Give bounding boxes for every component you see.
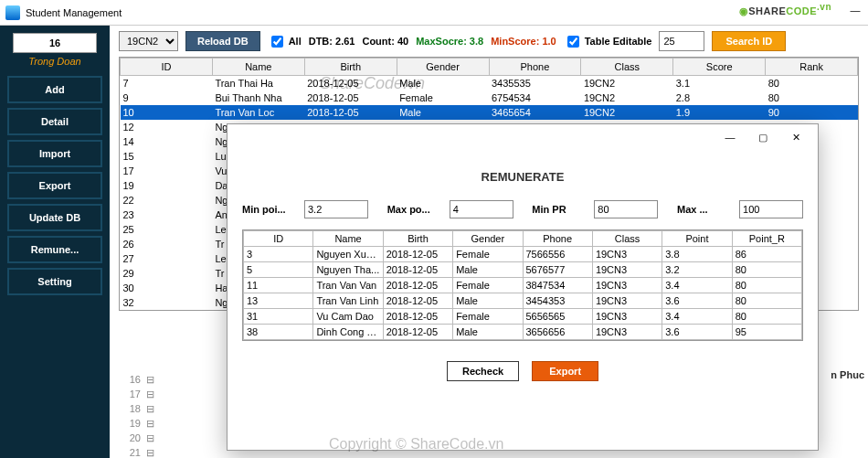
column-header[interactable]: Gender [453,231,523,247]
reload-db-button[interactable]: Reload DB [185,31,260,51]
sidebar-detail-button[interactable]: Detail [7,108,102,135]
window-title: Student Management [26,7,122,18]
recheck-button[interactable]: Recheck [447,361,519,381]
column-header[interactable]: Score [673,59,766,76]
column-header[interactable]: Point_R [732,231,801,247]
column-header[interactable]: Point [662,231,732,247]
minimize-icon[interactable]: — [714,126,746,148]
sidebar: 16 Trong Doan AddDetailImportExportUpdat… [0,26,110,458]
minpoint-input[interactable] [304,200,368,218]
table-row[interactable]: 7Tran Thai Ha2018-12-05Male343553519CN23… [121,76,858,91]
table-row[interactable]: 11Tran Van Van2018-12-05Female384753419C… [244,278,802,293]
sidebar-remune--button[interactable]: Remune... [7,236,102,263]
column-header[interactable]: Class [592,231,662,247]
column-header[interactable]: Rank [766,59,858,76]
minpr-label: Min PR [532,204,587,215]
minpoint-label: Min poi... [242,204,297,215]
close-icon[interactable]: ✕ [779,126,812,148]
column-header[interactable]: Class [581,59,673,76]
sidebar-add-button[interactable]: Add [7,76,102,103]
all-checkbox[interactable]: All [268,33,302,50]
table-row[interactable]: 3Nguyen Xua...2018-12-05Female756655619C… [244,247,802,262]
sidebar-update-db-button[interactable]: Update DB [7,204,102,231]
code-gutter: 16⊟17⊟18⊟19⊟20⊟21⊟22⊟23⊟24⊟ [124,372,216,458]
table-row[interactable]: 10Tran Van Loc2018-12-05Male346565419CN2… [121,105,858,120]
table-row[interactable]: 5Nguyen Tha...2018-12-05Male567657719CN3… [244,262,802,278]
table-row[interactable]: 38Dinh Cong T...2018-12-05Male365665619C… [244,325,802,340]
column-header[interactable]: Name [212,59,304,76]
table-row[interactable]: 13Tran Van Linh2018-12-05Male345435319CN… [244,293,802,309]
maxpoint-label: Max po... [387,204,442,215]
editable-checkbox[interactable]: Table Editable [564,33,652,50]
logo-swirl-icon: ◉ [739,5,749,16]
minpr-input[interactable] [594,200,658,218]
column-header[interactable]: Phone [489,59,581,76]
table-row[interactable]: 31Vu Cam Dao2018-12-05Female565656519CN3… [244,309,802,325]
column-header[interactable]: Gender [397,59,489,76]
column-header[interactable]: Birth [383,231,452,247]
toolbar: 19CN2 Reload DB All DTB: 2.61 Count: 40 … [119,31,859,51]
java-icon [5,5,20,20]
count-label: Count: 40 [362,36,408,47]
window-controls: — [842,0,868,20]
column-header[interactable]: Name [313,231,383,247]
maxscore-label: MaxSocre: 3.8 [416,36,483,47]
dialog-table[interactable]: IDNameBirthGenderPhoneClassPointPoint_R3… [242,229,803,341]
sidebar-export-button[interactable]: Export [7,172,102,199]
remunerate-dialog: — ▢ ✕ REMUNERATE Min poi... Max po... Mi… [227,123,819,451]
sharecode-logo: ◉SHARECODE.vn [739,2,831,17]
maxpr-input[interactable] [739,200,803,218]
minscore-label: MinScore: 1.0 [491,36,556,47]
column-header[interactable]: Birth [304,59,397,76]
maxpoint-input[interactable] [450,200,513,218]
column-header[interactable]: ID [244,231,313,247]
column-header[interactable]: Phone [523,231,592,247]
table-row[interactable]: 9Bui Thanh Nha2018-12-05Female675453419C… [121,91,858,105]
status-overflow: n Phuc [831,369,864,380]
sidebar-setting-button[interactable]: Setting [7,268,102,295]
search-id-button[interactable]: Search ID [712,31,786,51]
sidebar-subtitle: Trong Doan [7,56,102,67]
maximize-icon[interactable]: ▢ [746,126,779,148]
search-id-input[interactable] [659,31,704,51]
window-titlebar: Student Management [0,0,868,26]
class-select[interactable]: 19CN2 [119,31,178,51]
dtb-label: DTB: 2.61 [309,36,355,47]
column-header[interactable]: ID [121,59,213,76]
minimize-icon[interactable]: — [842,0,868,20]
sidebar-count: 16 [13,33,97,53]
dialog-heading: REMUNERATE [242,170,803,184]
export-button[interactable]: Export [532,361,598,381]
sidebar-import-button[interactable]: Import [7,140,102,167]
dialog-titlebar: — ▢ ✕ [228,124,818,150]
maxpr-label: Max ... [677,204,732,215]
